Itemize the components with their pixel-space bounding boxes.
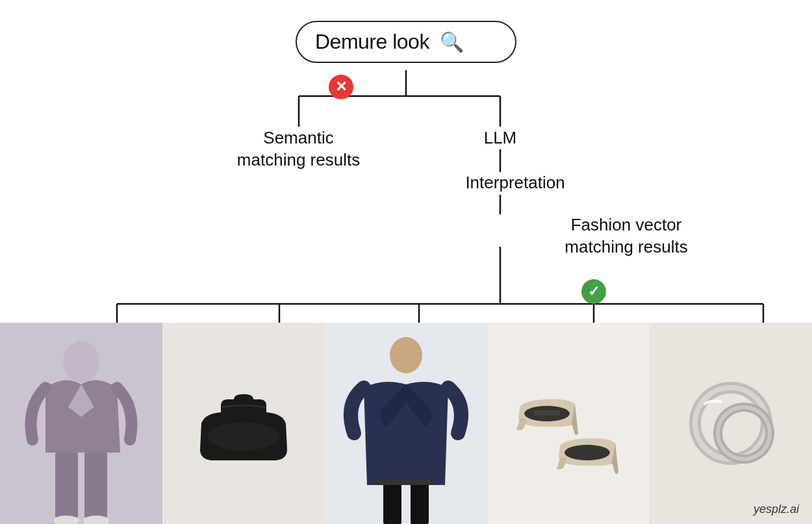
search-query: Demure look: [315, 30, 429, 54]
svg-rect-23: [383, 484, 401, 524]
svg-rect-16: [84, 453, 107, 518]
semantic-label: Semantic matching results: [210, 127, 387, 171]
product-item-3: [325, 323, 487, 524]
llm-label: LLM: [468, 127, 533, 149]
svg-rect-30: [656, 323, 806, 524]
product-item-2: [162, 323, 325, 524]
fashion-vector-label: Fashion vector matching results: [539, 214, 714, 258]
product-item-5: [650, 323, 812, 524]
products-row: [0, 323, 812, 524]
svg-point-22: [390, 337, 422, 373]
search-icon[interactable]: 🔍: [440, 31, 464, 53]
svg-point-29: [565, 445, 610, 460]
product-item-1: [0, 323, 162, 524]
svg-point-14: [63, 341, 99, 382]
watermark: yesplz.ai: [754, 503, 799, 516]
success-badge: ✓: [581, 279, 606, 304]
error-badge: ✕: [329, 75, 353, 99]
svg-rect-15: [55, 453, 78, 518]
search-bar[interactable]: Demure look 🔍: [296, 21, 516, 63]
svg-rect-28: [534, 410, 560, 416]
svg-rect-24: [411, 484, 429, 524]
svg-rect-25: [378, 479, 434, 485]
svg-point-20: [208, 422, 279, 451]
product-item-4: [487, 323, 650, 524]
interpretation-label: Interpretation: [427, 172, 603, 194]
